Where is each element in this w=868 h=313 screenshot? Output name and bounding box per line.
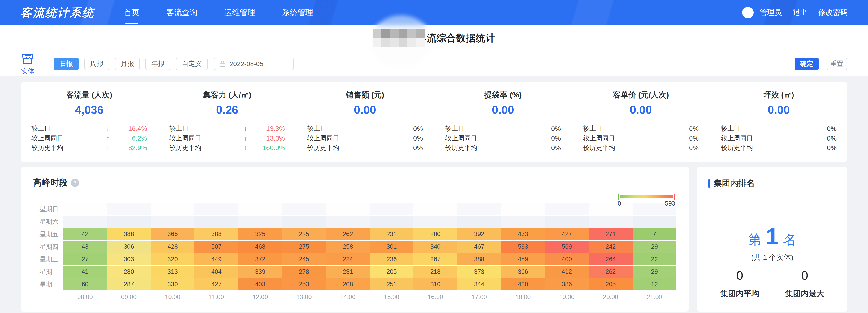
heatmap-cell[interactable]: 280 (413, 228, 457, 240)
heatmap-cell[interactable] (457, 216, 501, 228)
heatmap-cell[interactable]: 400 (545, 253, 589, 265)
heatmap-cell[interactable]: 42 (63, 228, 107, 240)
heatmap-cell[interactable]: 218 (413, 266, 457, 278)
heatmap-cell[interactable]: 388 (457, 253, 501, 265)
heatmap-cell[interactable]: 373 (457, 266, 501, 278)
heatmap-cell[interactable]: 264 (589, 253, 632, 265)
heatmap-cell[interactable]: 7 (632, 228, 676, 240)
heatmap-cell[interactable]: 433 (501, 228, 545, 240)
report-tab-2[interactable]: 周报 (84, 58, 110, 70)
heatmap-cell[interactable] (326, 216, 370, 228)
heatmap-cell[interactable] (239, 203, 282, 215)
heatmap-cell[interactable]: 507 (194, 241, 238, 253)
heatmap-cell[interactable]: 320 (151, 253, 194, 265)
heatmap-cell[interactable]: 236 (370, 253, 413, 265)
entity-selector[interactable]: 实体 (21, 53, 35, 76)
heatmap-cell[interactable]: 404 (194, 266, 238, 278)
report-tab-4[interactable]: 年报 (146, 58, 170, 70)
heatmap-cell[interactable]: 29 (632, 241, 676, 253)
heatmap-cell[interactable]: 325 (239, 228, 282, 240)
heatmap-cell[interactable]: 271 (589, 228, 632, 240)
heatmap-cell[interactable]: 303 (107, 253, 151, 265)
heatmap-cell[interactable] (282, 203, 326, 215)
heatmap-cell[interactable]: 12 (632, 278, 676, 290)
heatmap-cell[interactable]: 386 (545, 278, 589, 290)
heatmap-cell[interactable]: 208 (326, 278, 370, 290)
heatmap-cell[interactable]: 340 (413, 241, 457, 253)
heatmap-cell[interactable] (370, 216, 413, 228)
heatmap-cell[interactable]: 428 (151, 241, 194, 253)
nav-item-3[interactable]: 运维管理 (224, 5, 255, 20)
heatmap-cell[interactable]: 459 (501, 253, 545, 265)
heatmap-cell[interactable] (107, 216, 151, 228)
heatmap-cell[interactable]: 251 (370, 278, 413, 290)
heatmap-cell[interactable]: 267 (413, 253, 457, 265)
reset-button[interactable]: 重置 (827, 58, 847, 70)
heatmap-cell[interactable]: 412 (545, 266, 589, 278)
heatmap-cell[interactable]: 29 (632, 266, 676, 278)
heatmap-cell[interactable] (194, 216, 238, 228)
heatmap-cell[interactable]: 427 (545, 228, 589, 240)
heatmap-cell[interactable] (501, 203, 545, 215)
heatmap-cell[interactable]: 280 (107, 266, 151, 278)
heatmap-cell[interactable]: 242 (589, 241, 632, 253)
heatmap-cell[interactable]: 468 (239, 241, 282, 253)
report-tab-3[interactable]: 月报 (115, 58, 140, 70)
heatmap-cell[interactable]: 388 (107, 228, 151, 240)
heatmap-cell[interactable]: 427 (194, 278, 238, 290)
heatmap-cell[interactable]: 27 (63, 253, 107, 265)
confirm-button[interactable]: 确定 (795, 58, 819, 70)
heatmap-cell[interactable]: 569 (545, 241, 589, 253)
heatmap-cell[interactable] (282, 216, 326, 228)
heatmap-cell[interactable]: 41 (63, 266, 107, 278)
heatmap-cell[interactable] (63, 203, 107, 215)
heatmap-cell[interactable]: 278 (282, 266, 326, 278)
heatmap-cell[interactable]: 258 (326, 241, 370, 253)
heatmap-cell[interactable]: 449 (194, 253, 238, 265)
date-input[interactable] (229, 60, 289, 68)
heatmap-cell[interactable]: 365 (151, 228, 194, 240)
nav-item-4[interactable]: 系统管理 (282, 5, 313, 20)
logout-button[interactable]: 退出 (793, 7, 807, 18)
heatmap-cell[interactable]: 372 (239, 253, 282, 265)
heatmap-cell[interactable] (501, 216, 545, 228)
heatmap-cell[interactable]: 205 (370, 266, 413, 278)
heatmap-cell[interactable]: 403 (239, 278, 282, 290)
heatmap-cell[interactable] (63, 216, 107, 228)
heatmap-cell[interactable]: 22 (632, 253, 676, 265)
heatmap-cell[interactable]: 205 (589, 278, 632, 290)
heatmap-cell[interactable]: 60 (63, 278, 107, 290)
heatmap-cell[interactable]: 245 (282, 253, 326, 265)
heatmap-cell[interactable]: 339 (239, 266, 282, 278)
heatmap-cell[interactable]: 253 (282, 278, 326, 290)
report-tab-1[interactable]: 日报 (54, 58, 79, 70)
nav-item-1[interactable]: 首页 (124, 5, 140, 20)
heatmap-cell[interactable]: 330 (151, 278, 194, 290)
heatmap-cell[interactable]: 224 (326, 253, 370, 265)
heatmap-cell[interactable] (326, 203, 370, 215)
heatmap-cell[interactable]: 225 (282, 228, 326, 240)
heatmap-cell[interactable] (413, 216, 457, 228)
heatmap-cell[interactable]: 306 (107, 241, 151, 253)
heatmap-cell[interactable]: 275 (282, 241, 326, 253)
heatmap-cell[interactable] (151, 216, 194, 228)
question-icon[interactable]: ? (71, 179, 79, 187)
heatmap-cell[interactable]: 310 (413, 278, 457, 290)
user-avatar[interactable] (742, 7, 753, 18)
heatmap-cell[interactable] (194, 203, 238, 215)
heatmap-cell[interactable] (457, 203, 501, 215)
heatmap-cell[interactable] (632, 216, 676, 228)
heatmap-cell[interactable] (151, 203, 194, 215)
heatmap-cell[interactable]: 344 (457, 278, 501, 290)
heatmap-cell[interactable] (545, 203, 589, 215)
heatmap-cell[interactable]: 392 (457, 228, 501, 240)
heatmap-cell[interactable]: 287 (107, 278, 151, 290)
change-password-button[interactable]: 修改密码 (818, 7, 847, 18)
heatmap-cell[interactable]: 43 (63, 241, 107, 253)
heatmap-cell[interactable]: 430 (501, 278, 545, 290)
heatmap-cell[interactable]: 262 (326, 228, 370, 240)
heatmap-cell[interactable]: 231 (326, 266, 370, 278)
heatmap-cell[interactable]: 231 (370, 228, 413, 240)
heatmap-cell[interactable] (239, 216, 282, 228)
heatmap-cell[interactable]: 366 (501, 266, 545, 278)
